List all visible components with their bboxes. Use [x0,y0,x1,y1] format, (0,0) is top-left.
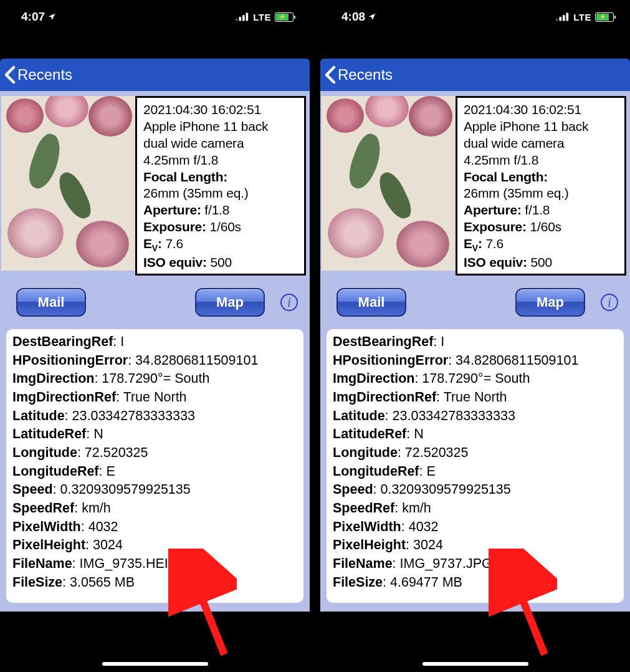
info-icon[interactable]: i [279,292,300,313]
filename-value: IMG_9737.JPG [400,556,492,571]
exif-summary-box: 2021:04:30 16:02:51 Apple iPhone 11 back… [456,96,626,276]
exif-timestamp: 2021:04:30 16:02:51 [143,102,298,118]
svg-rect-9 [563,15,565,21]
exposure-label: Exposure: [143,219,206,234]
photo-thumbnail[interactable] [322,96,456,271]
aperture-label: Aperture: [464,203,522,217]
home-indicator[interactable] [102,662,208,666]
focal-label: Focal Length: [464,170,548,184]
phone-screenshot-left: 4:07 LTE ⚡ Recents [0,0,310,672]
iso-value: 500 [531,255,552,269]
svg-text:i: i [287,295,291,309]
filename-value: IMG_9735.HEIC [80,556,178,571]
status-time: 4:08 [341,10,365,24]
map-button[interactable]: Map [195,288,265,317]
mail-button[interactable]: Mail [336,288,406,317]
metadata-panel[interactable]: DestBearingRef: I HPositioningError: 34.… [6,329,303,603]
exif-camera-3: 4.25mm f/1.8 [143,152,298,169]
iso-label: ISO equiv: [143,255,207,269]
iso-value: 500 [211,255,232,269]
battery-icon: ⚡ [595,12,614,22]
battery-icon: ⚡ [275,12,294,22]
nav-bar: Recents [320,59,630,91]
content-area: 2021:04:30 16:02:51 Apple iPhone 11 back… [0,91,310,612]
back-label: Recents [338,66,393,84]
aperture-label: Aperture: [143,203,201,217]
network-label: LTE [253,12,271,22]
exif-camera-1: Apple iPhone 11 back [464,118,618,135]
svg-rect-2 [242,15,245,21]
aperture-value: f/1.8 [525,203,550,217]
status-bar: 4:08 LTE ⚡ [320,0,630,25]
content-area: 2021:04:30 16:02:51 Apple iPhone 11 back… [320,91,630,612]
filesize-value: 4.69477 MB [390,575,462,590]
svg-rect-8 [560,17,562,21]
exif-timestamp: 2021:04:30 16:02:51 [464,102,618,118]
exposure-value: 1/60s [210,219,241,234]
map-button[interactable]: Map [515,288,585,317]
exif-camera-3: 4.25mm f/1.8 [464,152,618,169]
svg-rect-0 [236,19,238,21]
exif-camera-1: Apple iPhone 11 back [143,118,298,135]
exif-summary-box: 2021:04:30 16:02:51 Apple iPhone 11 back… [135,96,306,276]
status-time: 4:07 [21,10,45,24]
phone-screenshot-right: 4:08 LTE ⚡ Recents [320,0,630,672]
info-icon[interactable]: i [599,292,620,313]
mail-button[interactable]: Mail [16,288,86,317]
location-icon [368,12,376,21]
exposure-label: Exposure: [464,219,527,234]
aperture-value: f/1.8 [204,203,229,217]
exif-camera-2: dual wide camera [143,135,298,152]
svg-rect-10 [566,13,569,21]
home-indicator[interactable] [422,662,528,666]
back-button[interactable]: Recents [4,65,72,84]
focal-value: 26mm (35mm eq.) [464,185,618,202]
svg-rect-1 [239,17,242,21]
signal-icon [236,12,249,21]
svg-rect-3 [246,13,249,21]
status-bar: 4:07 LTE ⚡ [0,0,310,25]
exif-camera-2: dual wide camera [464,135,618,152]
focal-value: 26mm (35mm eq.) [143,185,298,202]
signal-icon [556,12,570,21]
back-button[interactable]: Recents [324,65,393,84]
focal-label: Focal Length: [143,170,227,184]
svg-rect-7 [556,19,558,21]
photo-thumbnail[interactable] [1,96,135,271]
network-label: LTE [573,12,591,22]
nav-bar: Recents [0,59,310,91]
iso-label: ISO equiv: [464,255,527,269]
ev-value: 7.6 [485,236,504,251]
back-label: Recents [17,66,72,84]
filesize-value: 3.0565 MB [70,575,135,590]
metadata-panel[interactable]: DestBearingRef: I HPositioningError: 34.… [327,329,624,603]
svg-text:i: i [608,295,611,309]
ev-value: 7.6 [165,236,183,251]
exposure-value: 1/60s [530,219,561,234]
location-icon [47,12,56,21]
